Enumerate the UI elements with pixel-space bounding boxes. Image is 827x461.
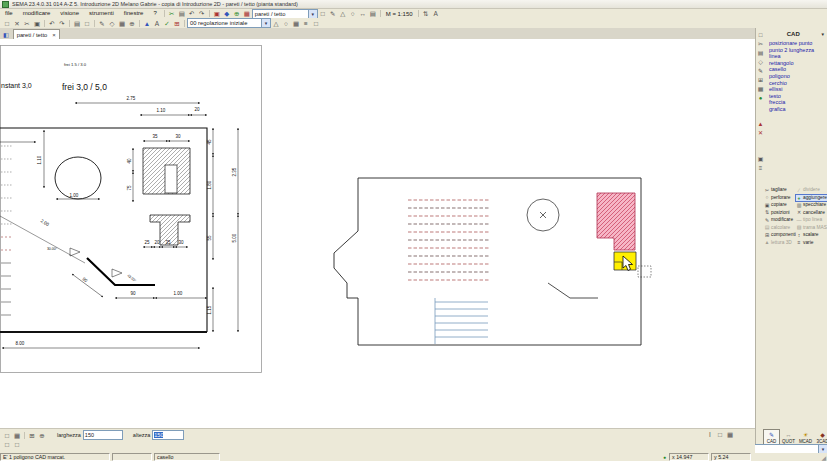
snap-mode-icon[interactable]: ⊞ xyxy=(28,431,37,440)
copiare-button[interactable]: ▣copiare xyxy=(764,201,796,209)
edit-icon[interactable]: ✎ xyxy=(328,9,337,18)
left-plan-drawing[interactable]: frei 1.5 / 3.0 nstant 3,0 frei 3,0 / 5,0 xyxy=(0,42,263,374)
search-icon[interactable]: ◇ xyxy=(108,19,117,28)
fit-icon[interactable]: ▤ xyxy=(368,9,377,18)
specchiare-button[interactable]: ▥specchiare xyxy=(796,201,827,209)
frame-tool-icon[interactable]: □ xyxy=(312,19,321,28)
width-input[interactable]: 150 xyxy=(83,430,123,440)
strip-shape-icon[interactable]: ◇ xyxy=(757,58,765,67)
strip-tool-icon[interactable]: □ xyxy=(757,31,765,40)
strip-delete-icon[interactable]: ✕ xyxy=(757,129,765,138)
tool-poligono[interactable]: poligono xyxy=(766,73,827,80)
strip-hatch-icon[interactable]: ▦ xyxy=(757,85,765,94)
strip-edit-icon[interactable]: ✎ xyxy=(757,67,765,76)
right-plan-drawing[interactable] xyxy=(330,176,655,348)
grid-icon[interactable]: ▦ xyxy=(242,9,251,18)
redo-icon[interactable]: ↷ xyxy=(58,19,67,28)
view-combo[interactable]: pareti / tetto ▾ xyxy=(252,9,318,19)
chevron-down-icon[interactable]: ▼ xyxy=(821,32,825,37)
tool-casello[interactable]: casello xyxy=(766,66,827,73)
varie-button[interactable]: ≡varie xyxy=(796,239,827,247)
menu-modificare[interactable]: modificare xyxy=(18,9,56,18)
close-icon[interactable]: × xyxy=(52,32,56,38)
menu-finestre[interactable]: finestre xyxy=(119,9,149,18)
chevron-down-icon[interactable]: ▾ xyxy=(261,19,270,27)
zoom-out-icon[interactable]: ○ xyxy=(348,9,357,18)
tool-grafica[interactable]: grafica xyxy=(766,106,827,113)
pan-icon[interactable]: ↔ xyxy=(358,9,367,18)
text-style-icon[interactable]: A xyxy=(431,9,440,18)
strip-copy-icon[interactable]: ▣ xyxy=(757,155,765,164)
resize-grip[interactable]: ◢ xyxy=(821,454,826,461)
hatch-icon[interactable]: ⊞ xyxy=(173,19,182,28)
cancellare-button[interactable]: ✕cancellare xyxy=(796,209,827,217)
check-icon[interactable]: ✓ xyxy=(163,19,172,28)
panel-header[interactable]: CAD ▼ xyxy=(766,30,827,38)
tool-linea[interactable]: linea xyxy=(766,53,827,60)
hatch-tool-icon[interactable]: ▦ xyxy=(292,19,301,28)
tool-punto-2-lunghezza[interactable]: punto 2 lunghezza xyxy=(766,47,827,54)
pan-icon[interactable]: ⊕ xyxy=(128,19,137,28)
trama-mas-button[interactable]: ▨trama MAS xyxy=(796,224,827,232)
strip-roof-icon[interactable]: ▲ xyxy=(757,120,765,129)
new-icon[interactable]: □ xyxy=(3,19,12,28)
grid-mode-icon[interactable]: ▦ xyxy=(13,431,22,440)
menu-strumenti[interactable]: strumenti xyxy=(84,9,119,18)
strip-list-icon[interactable]: ≡ xyxy=(757,164,765,173)
tab-icon[interactable]: ▤ xyxy=(177,9,186,18)
redo-icon[interactable]: ↷ xyxy=(197,9,206,18)
tab-pareti-tetto[interactable]: pareti / tetto × xyxy=(13,29,60,39)
zoom-window-icon[interactable]: ▦ xyxy=(118,19,127,28)
tool-posizionare-punto[interactable]: posizionare punto xyxy=(766,40,827,47)
origin-icon[interactable]: ⊕ xyxy=(38,431,47,440)
swap-icon[interactable]: ⇅ xyxy=(421,9,430,18)
snap-icon[interactable]: ⊕ xyxy=(232,9,241,18)
layer-icon[interactable]: ◆ xyxy=(222,9,231,18)
calcolare-button[interactable]: ▤calcolare xyxy=(764,224,796,232)
drawing-canvas[interactable]: frei 1.5 / 3.0 nstant 3,0 frei 3,0 / 5,0 xyxy=(0,39,755,428)
measure-icon[interactable]: ▲ xyxy=(143,19,152,28)
componenti-button[interactable]: ⊞componenti xyxy=(764,231,796,239)
chevron-down-icon[interactable]: ▾ xyxy=(308,10,317,18)
strip-grid-icon[interactable]: ⊞ xyxy=(757,76,765,85)
chevron-down-icon[interactable]: ▾ xyxy=(818,445,827,453)
delete-icon[interactable]: ✕ xyxy=(13,19,22,28)
dividere-button[interactable]: ∕dividere xyxy=(796,186,827,194)
table-icon[interactable]: ▦ xyxy=(726,430,735,439)
text-cursor-icon[interactable]: I xyxy=(706,430,715,439)
frame-icon[interactable]: □ xyxy=(318,9,327,18)
open-icon[interactable]: □ xyxy=(83,19,92,28)
preset-combo[interactable]: 00 regolazione iniziale ▾ xyxy=(187,18,271,28)
modificare-button[interactable]: ✎modificare xyxy=(764,216,796,224)
tool-cerchio[interactable]: cerchio xyxy=(766,80,827,87)
tool-ellissi[interactable]: ellissi xyxy=(766,86,827,93)
zoom-in-icon[interactable]: △ xyxy=(338,9,347,18)
strip-layers-icon[interactable]: ▤ xyxy=(757,49,765,58)
menu-visione[interactable]: visione xyxy=(55,9,84,18)
tool-freccia[interactable]: freccia xyxy=(766,99,827,106)
frame-icon[interactable]: □ xyxy=(716,430,725,439)
tagliare-button[interactable]: ✂tagliare xyxy=(764,186,796,194)
cut-icon[interactable]: ✂ xyxy=(167,9,176,18)
list-icon[interactable]: ≡ xyxy=(302,19,311,28)
lettura-3d-button[interactable]: ▲lettura 3D xyxy=(764,239,796,247)
undo-icon[interactable]: ↶ xyxy=(48,19,57,28)
strip-cut-icon[interactable]: ✂ xyxy=(757,40,765,49)
perforare-button[interactable]: ○perforare xyxy=(764,194,795,202)
scalare-button[interactable]: ↕scalare xyxy=(796,231,827,239)
text-icon[interactable]: A xyxy=(153,19,162,28)
save-icon[interactable]: ▤ xyxy=(73,19,82,28)
aux-icon-2[interactable]: □ xyxy=(13,440,22,449)
tool-testo[interactable]: testo xyxy=(766,93,827,100)
menu-help[interactable]: ? xyxy=(148,9,161,18)
menu-file[interactable]: file xyxy=(0,9,18,18)
posizioni-button[interactable]: ⇅posizioni xyxy=(764,209,796,217)
print-icon[interactable]: ✎ xyxy=(98,19,107,28)
cut-icon[interactable]: ✂ xyxy=(23,19,32,28)
undo-icon[interactable]: ↶ xyxy=(187,9,196,18)
tipo-linea-button[interactable]: —tipo linea xyxy=(796,216,827,224)
strip-point-icon[interactable]: ● xyxy=(757,94,765,103)
copy-icon[interactable]: ▣ xyxy=(33,19,42,28)
marker-icon[interactable]: ▣ xyxy=(212,9,221,18)
height-input[interactable]: 150 xyxy=(152,430,184,440)
